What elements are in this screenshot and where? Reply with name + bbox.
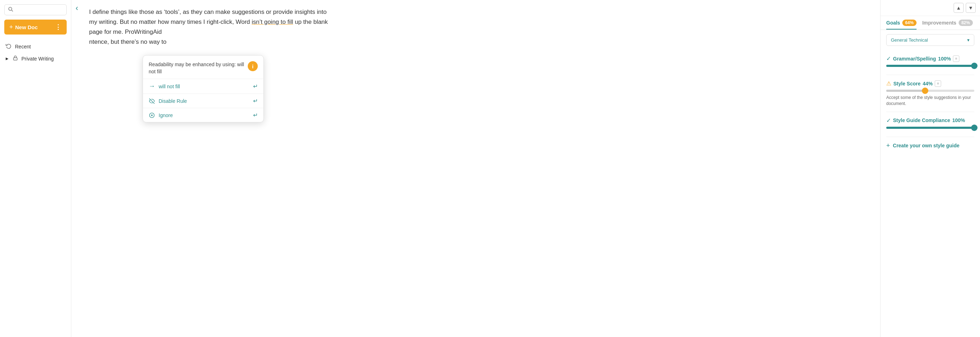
tab-goals-label: Goals xyxy=(886,20,900,25)
popup-title: Readability may be enhanced by using: wi… xyxy=(149,61,244,75)
goal-type-dropdown[interactable]: General Technical ▾ xyxy=(886,34,974,46)
score-item-grammar: ✓ Grammar/Spelling 100% ≡ xyxy=(886,50,974,75)
sidebar-item-recent[interactable]: Recent xyxy=(0,40,71,53)
score-header-style-guide: ✓ Style Guide Compliance 100% xyxy=(886,117,974,124)
style-guide-title[interactable]: Style Guide Compliance xyxy=(893,117,950,123)
svg-line-1 xyxy=(11,10,13,11)
style-slider-track xyxy=(886,90,974,92)
create-style-guide-button[interactable]: + Create your own style guide xyxy=(886,137,974,155)
editor-text-part3: ntence, but there’s no way to xyxy=(89,38,167,45)
svg-point-0 xyxy=(8,7,12,10)
ignore-icon xyxy=(149,112,155,119)
right-panel: ▲ ▼ Goals 64% Improvements 82% General T… xyxy=(880,0,980,337)
warning-icon-style: ⚠ xyxy=(886,80,891,87)
style-guide-slider-thumb[interactable] xyxy=(971,125,977,131)
lock-icon xyxy=(13,55,18,62)
grammar-slider-fill xyxy=(886,65,974,67)
style-guide-slider-fill xyxy=(886,127,974,129)
score-item-style-guide: ✓ Style Guide Compliance 100% xyxy=(886,112,974,137)
score-header-grammar: ✓ Grammar/Spelling 100% ≡ xyxy=(886,55,974,62)
editor-content: I define things like those as ‘tools’, a… xyxy=(71,0,356,61)
ignore-label: Ignore xyxy=(159,112,173,118)
grammar-slider-track xyxy=(886,65,974,67)
tab-goals-badge: 64% xyxy=(902,20,916,26)
popup-header: Readability may be enhanced by using: wi… xyxy=(143,55,263,79)
chevron-down-icon: ▾ xyxy=(967,37,970,43)
style-slider-fill xyxy=(886,90,925,92)
chevron-right-icon: ▶ xyxy=(6,57,8,60)
editor-highlighted-text: isn’t going to fill xyxy=(252,19,293,25)
search-icon xyxy=(8,7,13,13)
private-writing-label: Private Writing xyxy=(21,56,54,62)
ignore-shortcut-icon[interactable]: ↵ xyxy=(253,112,258,119)
more-options-icon[interactable]: ⋮ xyxy=(55,23,62,31)
style-score-description: Accept some of the style suggestions in … xyxy=(886,95,974,107)
sidebar-item-private-writing[interactable]: ▶ Private Writing xyxy=(0,53,71,65)
tab-improvements-label: Improvements xyxy=(922,20,956,25)
panel-tabs: Goals 64% Improvements 82% xyxy=(881,16,980,30)
plus-icon-style-guide: + xyxy=(886,142,890,149)
arrow-right-icon: → xyxy=(149,82,155,90)
panel-scores: ✓ Grammar/Spelling 100% ≡ ⚠ Style Score … xyxy=(881,50,980,337)
search-input[interactable] xyxy=(16,7,63,13)
back-button[interactable]: ‹ xyxy=(71,3,82,13)
style-score-title[interactable]: Style Score xyxy=(893,81,921,87)
score-header-style: ⚠ Style Score 44% ≡ xyxy=(886,80,974,87)
tab-goals[interactable]: Goals 64% xyxy=(886,20,916,30)
create-style-guide-label: Create your own style guide xyxy=(893,143,960,149)
goal-type-label: General Technical xyxy=(891,37,928,43)
suggestion-item-ignore[interactable]: Ignore ↵ xyxy=(143,108,263,122)
style-slider-thumb[interactable] xyxy=(922,87,928,94)
disable-icon xyxy=(149,98,155,104)
style-guide-slider-track xyxy=(886,127,974,129)
recent-label: Recent xyxy=(15,44,31,49)
check-icon-grammar: ✓ xyxy=(886,55,891,62)
panel-nav: ▲ ▼ xyxy=(881,0,980,16)
search-container xyxy=(4,4,67,15)
style-score-percent: 44% xyxy=(923,81,932,87)
style-guide-percent: 100% xyxy=(952,117,965,123)
tab-improvements[interactable]: Improvements 82% xyxy=(922,20,973,30)
grammar-spelling-percent: 100% xyxy=(938,56,951,62)
sidebar: + New Doc ⋮ Recent ▶ Private Writing xyxy=(0,0,71,337)
suggestion-item-disable[interactable]: Disable Rule ↵ xyxy=(143,93,263,108)
new-doc-button[interactable]: + New Doc ⋮ xyxy=(4,20,67,35)
disable-shortcut-icon[interactable]: ↵ xyxy=(253,98,258,104)
apply-suggestion-icon[interactable]: ↵ xyxy=(253,83,258,90)
plus-icon: + xyxy=(9,24,13,31)
main-editor: ‹ I define things like those as ‘tools’,… xyxy=(71,0,880,337)
grammar-slider-thumb[interactable] xyxy=(971,63,977,69)
disable-rule-label: Disable Rule xyxy=(159,98,187,104)
svg-rect-2 xyxy=(14,58,18,60)
tab-improvements-badge: 82% xyxy=(959,20,973,26)
suggestion-text: will not fill xyxy=(159,84,180,89)
suggestion-item-replace[interactable]: → will not fill ↵ xyxy=(143,79,263,93)
grammar-info-icon[interactable]: ≡ xyxy=(953,55,959,62)
suggestion-popup: Readability may be enhanced by using: wi… xyxy=(143,55,264,122)
grammar-spelling-title[interactable]: Grammar/Spelling xyxy=(893,56,936,62)
style-info-icon[interactable]: ≡ xyxy=(935,81,941,87)
nav-down-button[interactable]: ▼ xyxy=(966,3,976,13)
recent-icon xyxy=(6,43,11,50)
info-icon: i xyxy=(248,61,258,71)
check-icon-style-guide: ✓ xyxy=(886,117,891,124)
score-item-style: ⚠ Style Score 44% ≡ Accept some of the s… xyxy=(886,75,974,112)
new-doc-label: New Doc xyxy=(15,24,38,30)
nav-up-button[interactable]: ▲ xyxy=(954,3,964,13)
